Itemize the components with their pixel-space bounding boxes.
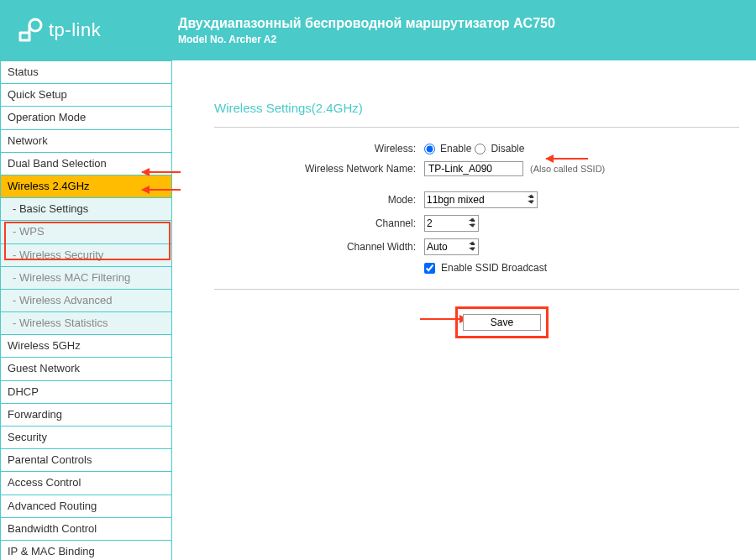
input-network-name[interactable] — [424, 161, 523, 176]
label-network-name: Wireless Network Name: — [214, 163, 424, 175]
nav-wireless-5ghz[interactable]: Wireless 5GHz — [0, 335, 172, 358]
radio-label-disable: Disable — [491, 143, 524, 154]
label-channel-width: Channel Width: — [214, 241, 424, 253]
select-channel-width[interactable]: Auto — [424, 238, 479, 255]
ssid-note: (Also called SSID) — [530, 164, 605, 174]
nav-mac-filtering[interactable]: - Wireless MAC Filtering — [0, 267, 172, 290]
panel-title: Wireless Settings(2.4GHz) — [214, 86, 739, 128]
nav-wireless-security[interactable]: - Wireless Security — [0, 244, 172, 267]
nav-access-control[interactable]: Access Control — [0, 472, 172, 495]
nav-ip-mac-binding[interactable]: IP & MAC Binding — [0, 541, 172, 560]
nav-operation-mode[interactable]: Operation Mode — [0, 107, 172, 129]
product-title: Двухдиапазонный беспроводной маршрутизат… — [178, 16, 555, 31]
nav-guest-network[interactable]: Guest Network — [0, 358, 172, 380]
brand-logo: tp-link — [17, 17, 161, 44]
nav-bandwidth-control[interactable]: Bandwidth Control — [0, 518, 172, 541]
annotation-arrow-icon — [546, 158, 588, 160]
radio-label-enable: Enable — [440, 143, 471, 154]
nav-status[interactable]: Status — [0, 60, 172, 84]
radio-wireless-disable[interactable] — [475, 144, 486, 154]
nav-advanced-routing[interactable]: Advanced Routing — [0, 495, 172, 518]
sidebar: Status Quick Setup Operation Mode Networ… — [0, 60, 172, 560]
nav-parental-controls[interactable]: Parental Controls — [0, 449, 172, 472]
label-ssid-broadcast: Enable SSID Broadcast — [441, 262, 547, 274]
nav-forwarding[interactable]: Forwarding — [0, 404, 172, 427]
header-title-block: Двухдиапазонный беспроводной маршрутизат… — [178, 16, 555, 45]
select-channel[interactable]: 2 — [424, 215, 479, 232]
highlight-save-frame: Save — [455, 306, 549, 338]
checkbox-ssid-broadcast[interactable] — [424, 263, 435, 274]
select-mode[interactable]: 11bgn mixed — [424, 191, 538, 208]
nav-wireless-statistics[interactable]: - Wireless Statistics — [0, 312, 172, 335]
nav-network[interactable]: Network — [0, 130, 172, 153]
svg-point-0 — [29, 19, 41, 31]
separator — [214, 289, 739, 290]
nav-wps[interactable]: - WPS — [0, 221, 172, 243]
save-button[interactable]: Save — [463, 314, 541, 331]
nav-quick-setup[interactable]: Quick Setup — [0, 84, 172, 107]
label-channel: Channel: — [214, 217, 424, 229]
label-wireless: Wireless: — [214, 143, 424, 154]
header: tp-link Двухдиапазонный беспроводной мар… — [0, 0, 756, 60]
model-number: Model No. Archer A2 — [178, 34, 555, 45]
nav-wireless-24ghz[interactable]: Wireless 2.4GHz — [0, 175, 172, 198]
nav-wireless-advanced[interactable]: - Wireless Advanced — [0, 290, 172, 312]
brand-text: tp-link — [49, 19, 101, 41]
label-mode: Mode: — [214, 194, 424, 206]
nav-dhcp[interactable]: DHCP — [0, 381, 172, 404]
nav-security[interactable]: Security — [0, 427, 172, 449]
radio-wireless-enable[interactable] — [424, 144, 435, 154]
nav-basic-settings[interactable]: - Basic Settings — [0, 198, 172, 221]
nav-dual-band[interactable]: Dual Band Selection — [0, 153, 172, 175]
content-panel: Wireless Settings(2.4GHz) Wireless: Enab… — [172, 60, 756, 560]
tplink-logo-icon — [17, 17, 44, 44]
